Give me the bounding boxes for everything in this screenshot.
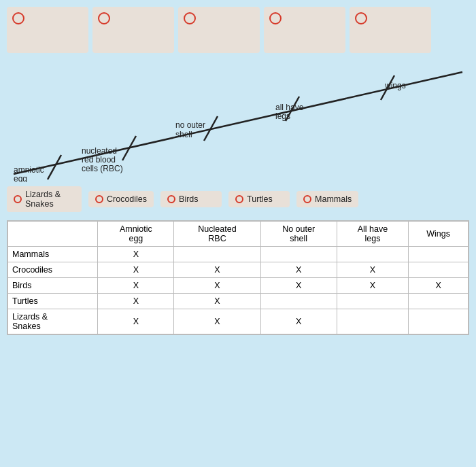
traits-table: Amnioticegg NucleatedRBC No outershell A… xyxy=(7,221,469,334)
svg-line-1 xyxy=(48,155,61,179)
top-cards-row xyxy=(0,0,476,53)
card-2 xyxy=(92,7,174,53)
cell-croc-amniotic: X xyxy=(98,262,174,278)
legend-mammals: Mammals xyxy=(296,191,358,207)
cell-turtles-amniotic: X xyxy=(98,294,174,309)
legend-label-crocodiles: Crocodiles xyxy=(107,194,147,204)
card-2-circle xyxy=(98,12,110,24)
cell-birds-noshell: X xyxy=(260,278,337,294)
legend-dot-mammals xyxy=(303,195,311,203)
legend-dot-crocodiles xyxy=(95,195,103,203)
svg-text:shell: shell xyxy=(175,130,192,139)
legend-turtles: Turtles xyxy=(228,191,290,207)
svg-text:legs: legs xyxy=(275,111,290,121)
cell-mammals-amniotic: X xyxy=(98,247,174,262)
cell-lizards-wings xyxy=(409,309,469,334)
card-4-circle xyxy=(269,12,282,24)
card-4 xyxy=(264,7,345,53)
col-header-noshell: No outershell xyxy=(260,222,337,247)
legend-row: Lizards &Snakes Crocodiles Birds Turtles… xyxy=(0,182,476,216)
svg-text:all have: all have xyxy=(275,103,304,112)
legend-birds: Birds xyxy=(160,191,222,207)
card-5 xyxy=(350,7,431,53)
cell-turtles-wings xyxy=(409,294,469,309)
card-5-circle xyxy=(355,12,367,24)
card-1-circle xyxy=(12,12,24,24)
col-header-legs: All havelegs xyxy=(337,222,409,247)
cladogram: amniotic egg nucleated red blood cells (… xyxy=(7,53,469,182)
cell-mammals-nucleated xyxy=(174,247,260,262)
legend-crocodiles: Crocodiles xyxy=(88,191,154,207)
row-label-mammals: Mammals xyxy=(8,247,98,262)
legend-dot-turtles xyxy=(235,195,243,203)
svg-text:wings: wings xyxy=(384,81,406,90)
row-label-birds: Birds xyxy=(8,278,98,294)
cell-croc-legs: X xyxy=(337,262,409,278)
table-row: Mammals X xyxy=(8,247,469,262)
table-row: Crocodiles X X X X xyxy=(8,262,469,278)
legend-dot-lizards xyxy=(14,195,22,203)
cell-lizards-noshell: X xyxy=(260,309,337,334)
cell-lizards-nucleated: X xyxy=(174,309,260,334)
table-row: Birds X X X X X xyxy=(8,278,469,294)
col-header-nucleated: NucleatedRBC xyxy=(174,222,260,247)
table-row: Turtles X X xyxy=(8,294,469,309)
legend-dot-birds xyxy=(167,195,175,203)
cell-croc-noshell: X xyxy=(260,262,337,278)
legend-label-turtles: Turtles xyxy=(247,194,273,204)
cell-mammals-wings xyxy=(409,247,469,262)
cell-croc-wings xyxy=(409,262,469,278)
col-header-wings: Wings xyxy=(409,222,469,247)
legend-label-birds: Birds xyxy=(179,194,198,204)
svg-text:amniotic: amniotic xyxy=(14,165,44,175)
col-header-name xyxy=(8,222,98,247)
cell-turtles-legs xyxy=(337,294,409,309)
table-header-row: Amnioticegg NucleatedRBC No outershell A… xyxy=(8,222,469,247)
row-label-crocodiles: Crocodiles xyxy=(8,262,98,278)
cell-birds-amniotic: X xyxy=(98,278,174,294)
cell-turtles-nucleated: X xyxy=(174,294,260,309)
cell-lizards-amniotic: X xyxy=(98,309,174,334)
traits-table-container: Amnioticegg NucleatedRBC No outershell A… xyxy=(7,220,469,335)
legend-lizards-snakes: Lizards &Snakes xyxy=(7,186,82,212)
cell-birds-wings: X xyxy=(409,278,469,294)
cell-birds-legs: X xyxy=(337,278,409,294)
cell-mammals-noshell xyxy=(260,247,337,262)
svg-text:nucleated: nucleated xyxy=(82,146,117,156)
card-3-circle xyxy=(184,12,196,24)
svg-text:no outer: no outer xyxy=(175,120,205,130)
col-header-amniotic: Amnioticegg xyxy=(98,222,174,247)
cell-lizards-legs xyxy=(337,309,409,334)
cell-mammals-legs xyxy=(337,247,409,262)
row-label-turtles: Turtles xyxy=(8,294,98,309)
legend-label-lizards: Lizards &Snakes xyxy=(25,190,61,209)
svg-text:egg: egg xyxy=(14,174,27,182)
table-row: Lizards &Snakes X X X xyxy=(8,309,469,334)
legend-label-mammals: Mammals xyxy=(315,194,352,204)
row-label-lizards: Lizards &Snakes xyxy=(8,309,98,334)
card-3 xyxy=(178,7,260,53)
card-1 xyxy=(7,7,88,53)
svg-text:cells (RBC): cells (RBC) xyxy=(82,164,123,173)
cell-turtles-noshell xyxy=(260,294,337,309)
cell-birds-nucleated: X xyxy=(174,278,260,294)
cell-croc-nucleated: X xyxy=(174,262,260,278)
svg-text:red blood: red blood xyxy=(82,155,116,165)
